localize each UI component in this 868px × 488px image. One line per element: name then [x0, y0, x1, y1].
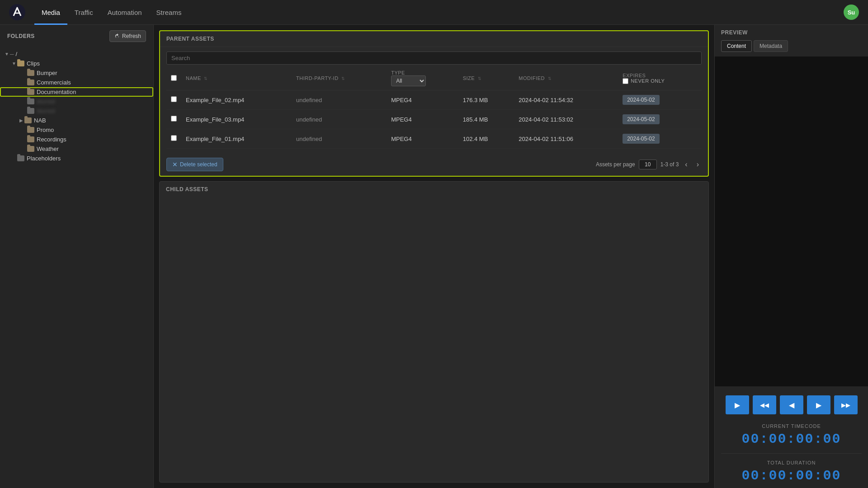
tree-item-recordings[interactable]: Recordings — [0, 135, 153, 144]
prev-frame-button[interactable]: ◀ — [780, 395, 803, 414]
cell-expires-1: 2024-05-02 — [618, 110, 702, 129]
assets-table: NAME ⇅ THIRD-PARTY-ID ⇅ TYPE — [166, 66, 702, 149]
folder-icon-clips — [17, 61, 24, 66]
top-nav: Media Traffic Automation Streams Su — [0, 0, 868, 25]
next-frame-button[interactable]: ▶ — [807, 395, 830, 414]
nav-media[interactable]: Media — [34, 0, 67, 25]
parent-assets-panel: PARENT ASSETS NAME ⇅ — [159, 30, 709, 177]
row-checkbox-0[interactable] — [171, 96, 177, 102]
never-only-label: NEVER ONLY — [623, 78, 697, 84]
parent-assets-body: NAME ⇅ THIRD-PARTY-ID ⇅ TYPE — [160, 47, 708, 153]
table-row: Example_File_01.mp4 undefined MPEG4 102.… — [166, 129, 702, 149]
refresh-icon — [114, 33, 120, 39]
tree-label-recordings: Recordings — [37, 136, 66, 143]
tree-label-weather: Weather — [37, 145, 59, 152]
tree-label-clips: Clips — [27, 60, 40, 67]
cell-third-party-0: undefined — [292, 90, 387, 110]
tree-label-documentation: Documentation — [37, 89, 76, 95]
sidebar: FOLDERS Refresh ▼ ─ / ▼ Clips — [0, 25, 154, 488]
row-checkbox-1[interactable] — [171, 116, 177, 122]
next-page-button[interactable]: › — [694, 160, 702, 169]
row-checkbox-2[interactable] — [171, 135, 177, 141]
tree-item-promo[interactable]: Promo — [0, 125, 153, 135]
folder-icon-weather — [27, 146, 34, 152]
total-duration-label: TOTAL DURATION — [721, 460, 862, 465]
total-duration-section: TOTAL DURATION 00:00:00:00 — [715, 455, 868, 488]
folder-tree: ▼ ─ / ▼ Clips Bumper Commercials — [0, 47, 153, 165]
tree-label-nab: NAB — [34, 117, 46, 124]
tree-item-placeholders[interactable]: Placeholders — [0, 154, 153, 163]
tab-content[interactable]: Content — [721, 40, 752, 52]
prev-page-button[interactable]: ‹ — [682, 160, 690, 169]
cell-modified-0: 2024-04-02 11:54:32 — [514, 90, 618, 110]
tree-label-bumper: Bumper — [37, 70, 57, 76]
sort-modified-icon[interactable]: ⇅ — [548, 76, 552, 81]
folder-icon-blurred1 — [27, 99, 34, 104]
sort-name-icon[interactable]: ⇅ — [204, 76, 208, 81]
timecode-divider — [721, 453, 862, 454]
svg-point-0 — [9, 4, 25, 20]
refresh-button[interactable]: Refresh — [109, 30, 146, 42]
child-assets-header: CHILD ASSETS — [160, 182, 708, 197]
cell-type-2: MPEG4 — [387, 129, 458, 149]
tree-item-blurred1[interactable]: blurred — [0, 97, 153, 106]
tree-item-bumper[interactable]: Bumper — [0, 68, 153, 78]
tab-metadata[interactable]: Metadata — [754, 40, 788, 52]
tree-item-root[interactable]: ▼ ─ / — [0, 49, 153, 59]
cell-expires-2: 2024-05-02 — [618, 129, 702, 149]
cell-size-1: 185.4 MB — [458, 110, 514, 129]
nav-traffic[interactable]: Traffic — [67, 0, 100, 25]
current-timecode-value: 00:00:00:00 — [721, 432, 862, 447]
tree-item-clips[interactable]: ▼ Clips — [0, 59, 153, 68]
preview-title: PREVIEW — [715, 25, 868, 40]
type-filter-select[interactable]: All MPEG4 MXF MOV — [391, 75, 426, 86]
sort-size-icon[interactable]: ⇅ — [478, 76, 482, 81]
cell-size-0: 176.3 MB — [458, 90, 514, 110]
sidebar-header: FOLDERS Refresh — [0, 25, 153, 47]
nav-streams[interactable]: Streams — [149, 0, 189, 25]
folder-icon-bumper — [27, 70, 34, 76]
cell-name-1: Example_File_03.mp4 — [181, 110, 292, 129]
cell-size-2: 102.4 MB — [458, 129, 514, 149]
cell-expires-0: 2024-05-02 — [618, 90, 702, 110]
cell-third-party-1: undefined — [292, 110, 387, 129]
main-layout: FOLDERS Refresh ▼ ─ / ▼ Clips — [0, 25, 868, 488]
center-content: PARENT ASSETS NAME ⇅ — [154, 25, 714, 488]
sidebar-title: FOLDERS — [7, 33, 35, 39]
cell-modified-2: 2024-04-02 11:51:06 — [514, 129, 618, 149]
user-avatar[interactable]: Su — [844, 5, 859, 20]
tree-label-root: / — [16, 51, 18, 57]
select-all-checkbox[interactable] — [171, 75, 177, 81]
tree-item-blurred2[interactable]: blurred — [0, 106, 153, 116]
nav-automation[interactable]: Automation — [100, 0, 149, 25]
tree-label-promo: Promo — [37, 127, 54, 133]
table-row: Example_File_02.mp4 undefined MPEG4 176.… — [166, 90, 702, 110]
fast-forward-button[interactable]: ▶▶ — [834, 395, 858, 414]
table-footer: ✕ Delete selected Assets per page 1-3 of… — [160, 153, 708, 176]
app-logo[interactable] — [9, 4, 25, 20]
per-page-input[interactable] — [639, 160, 657, 169]
tree-item-nab[interactable]: ▶ NAB — [0, 116, 153, 125]
rewind-button[interactable]: ◀◀ — [753, 395, 776, 414]
cell-name-0: Example_File_02.mp4 — [181, 90, 292, 110]
folder-icon-blurred2 — [27, 108, 34, 114]
play-button[interactable]: ▶ — [726, 395, 749, 414]
cell-modified-1: 2024-04-02 11:53:02 — [514, 110, 618, 129]
delete-selected-button[interactable]: ✕ Delete selected — [166, 158, 223, 171]
sort-third-party-icon[interactable]: ⇅ — [341, 76, 345, 81]
expand-icon: ▼ — [4, 52, 10, 56]
tree-item-documentation[interactable]: Documentation — [0, 87, 153, 97]
tree-item-weather[interactable]: Weather — [0, 144, 153, 154]
expand-icon: ▼ — [11, 61, 17, 66]
pagination: Assets per page 1-3 of 3 ‹ › — [596, 160, 702, 169]
folder-icon-commercials — [27, 80, 34, 85]
tree-label-commercials: Commercials — [37, 79, 71, 86]
never-only-checkbox[interactable] — [623, 78, 628, 84]
root-icon: ─ — [10, 51, 14, 57]
folder-icon-documentation — [27, 89, 34, 95]
search-input[interactable] — [166, 52, 702, 65]
tree-item-commercials[interactable]: Commercials — [0, 78, 153, 87]
child-assets-panel: CHILD ASSETS — [159, 181, 709, 483]
expand-icon: ▶ — [18, 118, 24, 123]
preview-controls: ▶ ◀◀ ◀ ▶ ▶▶ — [715, 391, 868, 419]
